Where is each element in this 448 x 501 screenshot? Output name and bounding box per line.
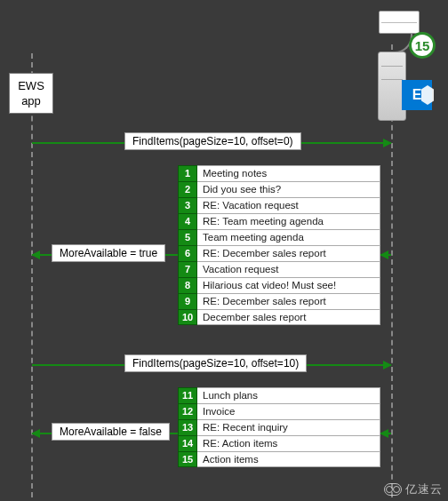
- table-row: 2Did you see this?: [178, 181, 380, 197]
- row-subject: Did you see this?: [197, 181, 380, 197]
- mailbox-icon: [379, 11, 420, 34]
- table-row: 14RE: Action items: [178, 435, 380, 451]
- row-subject: Lunch plans: [197, 387, 380, 403]
- row-index: 11: [178, 387, 197, 403]
- row-index: 5: [178, 229, 197, 245]
- row-index: 4: [178, 213, 197, 229]
- row-subject: RE: Action items: [197, 435, 380, 451]
- label-response-2: MoreAvailable = false: [52, 423, 170, 441]
- table-row: 5Team meeting agenda: [178, 229, 380, 245]
- arrowhead-left-icon: [31, 429, 40, 438]
- table-row: 4RE: Team meeting agenda: [178, 213, 380, 229]
- label-request-1: FindItems(pageSize=10, offset=0): [124, 132, 301, 150]
- watermark-icon: [384, 483, 402, 496]
- table-row: 13RE: Recent inquiry: [178, 419, 380, 435]
- actor-client-label-2: app: [10, 94, 52, 109]
- row-subject: RE: Team meeting agenda: [197, 213, 380, 229]
- arrow-response-2-right: [380, 433, 391, 434]
- row-index: 14: [178, 435, 197, 451]
- table-row: 15Action items: [178, 451, 380, 467]
- arrow-response-1-right: [380, 254, 391, 256]
- row-subject: December sales report: [197, 309, 380, 325]
- table-row: 9RE: December sales report: [178, 293, 380, 309]
- row-subject: Meeting notes: [197, 165, 380, 181]
- arrowhead-left-icon: [31, 250, 40, 259]
- table-row: 11Lunch plans: [178, 387, 380, 403]
- table-row: 1Meeting notes: [178, 165, 380, 181]
- row-index: 9: [178, 293, 197, 309]
- mailbox-count-badge: 15: [409, 32, 436, 59]
- row-index: 10: [178, 309, 197, 325]
- row-index: 8: [178, 277, 197, 293]
- result-table-1: 1Meeting notes2Did you see this?3RE: Vac…: [178, 165, 380, 325]
- row-subject: Vacation request: [197, 261, 380, 277]
- row-index: 15: [178, 451, 197, 467]
- row-subject: Team meeting agenda: [197, 229, 380, 245]
- row-index: 7: [178, 261, 197, 277]
- exchange-logo-icon: E: [402, 80, 432, 110]
- watermark-text: 亿速云: [405, 481, 443, 497]
- row-index: 1: [178, 165, 197, 181]
- actor-client-label-1: EWS: [10, 79, 52, 94]
- table-row: 8Hilarious cat video! Must see!: [178, 277, 380, 293]
- actor-client: EWS app: [9, 73, 53, 114]
- table-row: 12Invoice: [178, 403, 380, 419]
- sequence-diagram: EWS app 15 E FindItems(pageSize=10, offs…: [0, 0, 448, 501]
- arrowhead-right-icon: [383, 139, 392, 147]
- row-subject: RE: December sales report: [197, 245, 380, 261]
- table-row: 10December sales report: [178, 309, 380, 325]
- row-subject: RE: Vacation request: [197, 197, 380, 213]
- row-index: 13: [178, 419, 197, 435]
- row-subject: Action items: [197, 451, 380, 467]
- watermark: 亿速云: [384, 481, 443, 497]
- row-subject: RE: Recent inquiry: [197, 419, 380, 435]
- label-request-2: FindItems(pageSize=10, offset=10): [124, 354, 307, 372]
- arrowhead-left-icon: [380, 250, 388, 259]
- row-subject: Invoice: [197, 403, 380, 419]
- result-table-2: 11Lunch plans12Invoice13RE: Recent inqui…: [178, 387, 380, 467]
- label-response-1: MoreAvailable = true: [52, 244, 165, 262]
- arrowhead-right-icon: [383, 361, 392, 370]
- row-index: 3: [178, 197, 197, 213]
- row-index: 6: [178, 245, 197, 261]
- table-row: 6RE: December sales report: [178, 245, 380, 261]
- table-row: 3RE: Vacation request: [178, 197, 380, 213]
- row-index: 12: [178, 403, 197, 419]
- row-subject: RE: December sales report: [197, 293, 380, 309]
- table-row: 7Vacation request: [178, 261, 380, 277]
- exchange-logo-letter: E: [412, 87, 422, 103]
- arrowhead-left-icon: [380, 429, 388, 438]
- row-subject: Hilarious cat video! Must see!: [197, 277, 380, 293]
- row-index: 2: [178, 181, 197, 197]
